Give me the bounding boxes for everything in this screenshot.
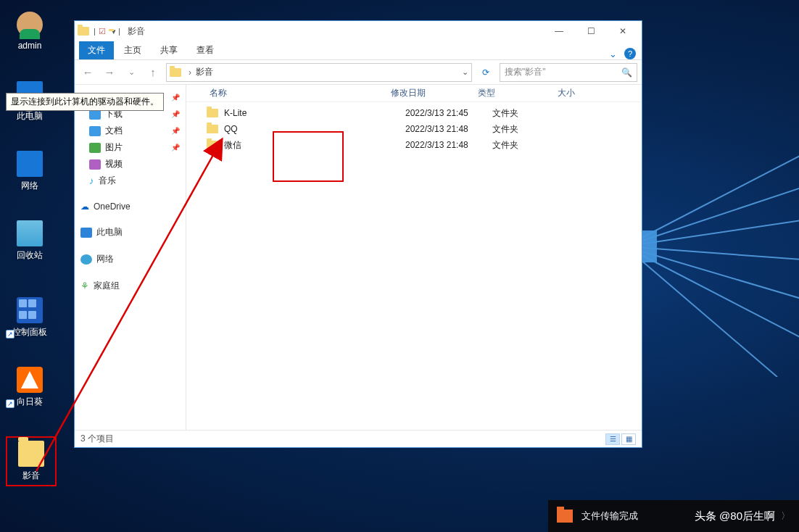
desktop-icon-network[interactable]: 网络	[6, 151, 54, 192]
svg-line-1	[625, 181, 799, 246]
nav-item-onedrive[interactable]: ☁OneDrive	[75, 199, 186, 214]
search-placeholder: 搜索"影音"	[505, 66, 546, 78]
explorer-window: | ☑ ▾ | 影音 — ☐ ✕ 文件 主页 共享 查看 ⌄ ? ← → ⌄ ↑…	[74, 20, 642, 448]
status-bar: 3 个项目 ☰ ▦	[75, 430, 642, 447]
nav-item-videos[interactable]: 视频	[75, 156, 186, 173]
nav-item-homegroup[interactable]: ⚘家庭组	[75, 278, 186, 294]
ribbon-expand-icon[interactable]: ⌄	[609, 49, 617, 59]
folder-icon	[207, 141, 218, 149]
refresh-button[interactable]: ⟳	[476, 63, 495, 82]
notification-bar[interactable]: 文件传输完成 头条 @80后生啊 〉	[548, 500, 799, 532]
tooltip: 显示连接到此计算机的驱动器和硬件。	[6, 93, 164, 111]
tab-view[interactable]: 查看	[188, 41, 223, 59]
desktop-icon-label: 影音	[10, 470, 52, 482]
status-text: 3 个项目	[80, 433, 114, 445]
svg-line-5	[625, 246, 799, 348]
shortcut-arrow-icon: ↗	[6, 330, 15, 338]
nav-item-pictures[interactable]: 图片📌	[75, 139, 186, 156]
cell-date: 2022/3/13 21:48	[405, 140, 492, 150]
tab-file[interactable]: 文件	[79, 41, 114, 59]
column-size[interactable]: 大小	[555, 87, 613, 99]
ribbon-tabs: 文件 主页 共享 查看 ⌄ ?	[75, 41, 642, 60]
cell-date: 2022/3/13 21:48	[405, 124, 492, 134]
address-bar: ← → ⌄ ↑ › 影音 ⌄ ⟳ 搜索"影音" 🔍	[75, 60, 642, 85]
tab-share[interactable]: 共享	[152, 41, 186, 59]
svg-line-2	[625, 217, 799, 246]
nav-item-label: 文档	[105, 125, 123, 137]
tab-home[interactable]: 主页	[115, 41, 150, 59]
breadcrumb-location[interactable]: 影音	[196, 66, 213, 78]
nav-item-label: 视频	[105, 158, 123, 170]
pin-icon: 📌	[171, 127, 180, 135]
svg-line-0	[625, 145, 799, 246]
navigation-pane: 桌面📌 下载📌 文档📌 图片📌 视频 ♪音乐 ☁OneDrive 此电脑 网络 …	[75, 85, 186, 430]
nav-item-label: 网络	[96, 253, 114, 265]
nav-item-label: 此电脑	[96, 226, 123, 238]
nav-back-button[interactable]: ←	[79, 64, 96, 81]
window-icon	[78, 27, 89, 36]
pin-icon: 📌	[171, 110, 180, 118]
qat-separator: |	[94, 27, 96, 36]
desktop-icon-label: admin	[6, 41, 54, 51]
notification-text: 文件传输完成	[581, 510, 638, 523]
column-date[interactable]: 修改日期	[388, 87, 475, 99]
nav-forward-button[interactable]: →	[101, 64, 118, 81]
qat-dropdown-icon[interactable]: ▾ |	[112, 27, 120, 36]
desktop-icon-admin[interactable]: admin	[6, 12, 54, 51]
view-details-button[interactable]: ☰	[605, 433, 620, 445]
nav-item-music[interactable]: ♪音乐	[75, 173, 186, 189]
svg-line-3	[625, 246, 799, 261]
window-title: 影音	[128, 25, 145, 38]
close-button[interactable]: ✕	[607, 21, 639, 41]
desktop-icon-recycle-bin[interactable]: 回收站	[6, 220, 54, 262]
nav-item-label: 图片	[105, 141, 123, 154]
table-row[interactable]: K-Lite 2022/3/13 21:45 文件夹	[186, 105, 642, 121]
nav-item-this-pc[interactable]: 此电脑	[75, 224, 186, 241]
chevron-right-icon[interactable]: 〉	[781, 510, 790, 523]
file-list: 名称 修改日期 类型 大小 K-Lite 2022/3/13 21:45 文件夹…	[186, 85, 642, 430]
nav-recent-button[interactable]: ⌄	[123, 64, 140, 81]
nav-item-label: 家庭组	[94, 280, 120, 292]
nav-item-label: 音乐	[99, 175, 116, 187]
desktop-icon-label: 网络	[6, 180, 54, 192]
cell-name: QQ	[224, 124, 405, 134]
table-row[interactable]: 微信 2022/3/13 21:48 文件夹	[186, 137, 642, 153]
notification-brand: 头条 @80后生啊	[695, 510, 775, 523]
pin-icon: 📌	[171, 144, 180, 151]
path-folder-icon	[170, 68, 181, 77]
desktop-icon-sunlogin[interactable]: ↗ 向日葵	[6, 367, 54, 408]
desktop-icon-media-folder[interactable]: 影音	[6, 436, 57, 486]
cell-name: K-Lite	[224, 108, 405, 118]
notification-folder-icon	[557, 510, 573, 523]
search-input[interactable]: 搜索"影音" 🔍	[500, 63, 637, 82]
chevron-down-icon[interactable]: ⌄	[462, 67, 468, 77]
shortcut-arrow-icon: ↗	[6, 399, 15, 408]
column-name[interactable]: 名称	[207, 87, 388, 99]
cell-type: 文件夹	[492, 107, 572, 120]
qat-check-icon[interactable]: ☑	[99, 27, 106, 36]
cell-date: 2022/3/13 21:45	[405, 108, 492, 118]
chevron-right-icon: ›	[189, 67, 191, 78]
column-type[interactable]: 类型	[475, 87, 555, 99]
help-icon[interactable]: ?	[624, 48, 636, 59]
maximize-button[interactable]: ☐	[575, 21, 607, 41]
desktop-icon-control-panel[interactable]: ↗ 控制面板	[6, 297, 54, 338]
nav-item-documents[interactable]: 文档📌	[75, 122, 186, 139]
search-icon: 🔍	[621, 67, 632, 78]
pin-icon: 📌	[171, 93, 180, 101]
view-icons-button[interactable]: ▦	[621, 433, 636, 445]
cell-type: 文件夹	[492, 139, 572, 151]
desktop-icon-label: 回收站	[6, 249, 54, 262]
nav-item-label: OneDrive	[94, 201, 131, 212]
nav-up-button[interactable]: ↑	[144, 64, 162, 81]
nav-item-network[interactable]: 网络	[75, 251, 186, 267]
cell-name: 微信	[224, 139, 405, 151]
table-row[interactable]: QQ 2022/3/13 21:48 文件夹	[186, 121, 642, 137]
column-headers: 名称 修改日期 类型 大小	[186, 85, 642, 102]
svg-line-4	[625, 246, 799, 304]
minimize-button[interactable]: —	[543, 21, 575, 41]
folder-icon	[207, 125, 218, 133]
breadcrumb[interactable]: › 影音 ⌄	[166, 63, 472, 82]
titlebar[interactable]: | ☑ ▾ | 影音 — ☐ ✕	[75, 21, 642, 41]
folder-icon	[207, 109, 218, 117]
